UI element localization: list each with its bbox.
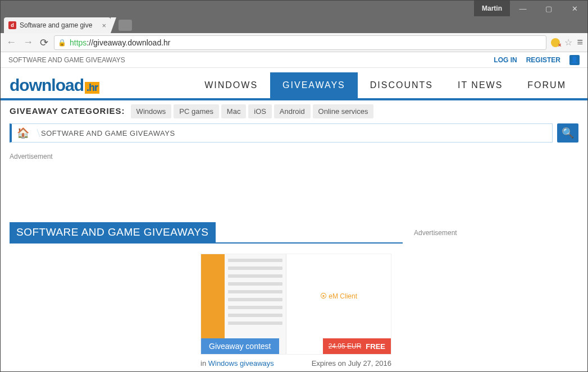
extension-icon[interactable] xyxy=(551,38,560,47)
logo-suffix: .hr xyxy=(85,82,99,94)
address-bar[interactable]: 🔒 https://giveaway.download.hr xyxy=(54,35,546,50)
badge-price: 24.95 EUR FREE xyxy=(323,338,391,354)
meta-expires: Expires on July 27, 2016 xyxy=(312,359,391,368)
main-nav: WINDOWSGIVEAWAYSDISCOUNTSIT NEWSFORUM xyxy=(192,72,578,98)
nav-item-forum[interactable]: FORUM xyxy=(515,72,578,98)
browser-tabstrip: d Software and game givea × xyxy=(1,16,587,33)
ad-label-top: Advertisement xyxy=(1,145,587,160)
maximize-button[interactable]: ▢ xyxy=(536,1,562,16)
card-image: ⦿ eM Client Giveaway contest 24.95 EUR F… xyxy=(200,254,391,355)
minimize-button[interactable]: — xyxy=(510,1,536,16)
site-top-bar: SOFTWARE AND GAME GIVEAWAYS LOG IN REGIS… xyxy=(1,52,587,68)
search-icon: 🔍 xyxy=(562,127,574,139)
forward-button[interactable]: → xyxy=(22,36,34,48)
category-mac[interactable]: Mac xyxy=(221,104,247,118)
header: download.hr WINDOWSGIVEAWAYSDISCOUNTSIT … xyxy=(1,68,587,98)
meta-category-link[interactable]: Windows giveaways xyxy=(208,359,274,368)
lock-icon: 🔒 xyxy=(58,39,66,47)
giveaway-card[interactable]: ⦿ eM Client Giveaway contest 24.95 EUR F… xyxy=(200,254,391,372)
tab-favicon: d xyxy=(8,21,16,29)
card-meta: in Windows giveaways Expires on July 27,… xyxy=(200,355,391,372)
breadcrumb: 🏠 SOFTWARE AND GAME GIVEAWAYS xyxy=(10,123,553,143)
category-ios[interactable]: iOS xyxy=(248,104,272,118)
logo-text: download xyxy=(10,76,84,95)
close-window-button[interactable]: ✕ xyxy=(562,1,587,16)
os-username[interactable]: Martin xyxy=(474,1,510,16)
user-icon[interactable]: 👤 xyxy=(569,55,580,65)
nav-item-discounts[interactable]: DISCOUNTS xyxy=(358,72,445,98)
new-tab-button[interactable] xyxy=(118,20,132,31)
back-button[interactable]: ← xyxy=(5,36,17,48)
reload-button[interactable]: ⟳ xyxy=(39,36,49,49)
content-area: SOFTWARE AND GAME GIVEAWAYS ⦿ eM Client … xyxy=(1,222,587,372)
login-link[interactable]: LOG IN xyxy=(494,56,517,64)
category-pc-games[interactable]: PC games xyxy=(174,104,219,118)
badge-contest: Giveaway contest xyxy=(201,338,279,354)
meta-in-prefix: in xyxy=(200,359,208,368)
section-rule xyxy=(10,242,403,244)
category-windows[interactable]: Windows xyxy=(131,104,172,118)
main-column: SOFTWARE AND GAME GIVEAWAYS ⦿ eM Client … xyxy=(10,222,403,372)
category-row: GIVEAWAY CATEGORIES: Windows PC games Ma… xyxy=(1,100,587,121)
browser-toolbar: ← → ⟳ 🔒 https://giveaway.download.hr ☆ ≡ xyxy=(1,33,587,52)
url-host: ://giveaway.download.hr xyxy=(86,38,170,47)
tab-close-button[interactable]: × xyxy=(102,21,106,30)
window-titlebar: Martin — ▢ ✕ xyxy=(1,1,587,16)
section-title: SOFTWARE AND GAME GIVEAWAYS xyxy=(10,222,216,242)
bookmark-star-icon[interactable]: ☆ xyxy=(564,37,572,48)
breadcrumb-row: 🏠 SOFTWARE AND GAME GIVEAWAYS 🔍 xyxy=(1,121,587,145)
nav-item-it-news[interactable]: IT NEWS xyxy=(445,72,515,98)
register-link[interactable]: REGISTER xyxy=(526,56,560,64)
tab-title: Software and game givea xyxy=(20,21,93,29)
ad-label-side: Advertisement xyxy=(414,222,571,237)
category-online-services[interactable]: Online services xyxy=(313,104,374,118)
price-original: 24.95 EUR xyxy=(329,342,362,350)
home-icon[interactable]: 🏠 xyxy=(12,127,34,139)
topbar-left-text: SOFTWARE AND GAME GIVEAWAYS xyxy=(8,56,125,64)
browser-tab[interactable]: d Software and game givea × xyxy=(4,17,111,33)
search-button[interactable]: 🔍 xyxy=(557,123,578,143)
browser-menu-button[interactable]: ≡ xyxy=(577,36,583,48)
url-text: https://giveaway.download.hr xyxy=(70,38,171,47)
price-free: FREE xyxy=(366,342,385,351)
breadcrumb-text: SOFTWARE AND GAME GIVEAWAYS xyxy=(41,129,175,137)
nav-item-windows[interactable]: WINDOWS xyxy=(192,72,270,98)
card-brand: ⦿ eM Client xyxy=(320,292,357,300)
side-column: Advertisement xyxy=(414,222,571,372)
category-android[interactable]: Android xyxy=(274,104,311,118)
site-logo[interactable]: download.hr xyxy=(10,76,99,95)
nav-item-giveaways[interactable]: GIVEAWAYS xyxy=(270,72,358,98)
url-protocol: https xyxy=(70,38,86,47)
category-label: GIVEAWAY CATEGORIES: xyxy=(10,106,125,116)
